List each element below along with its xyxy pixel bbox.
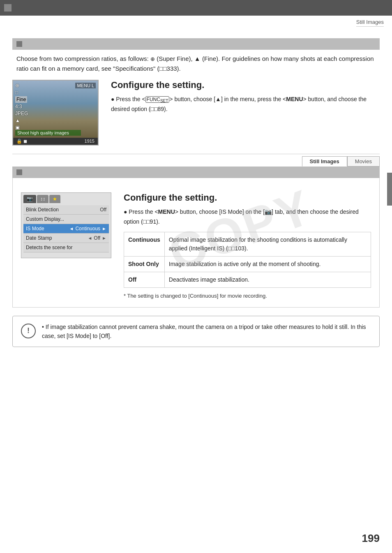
cam-tab-star: ★ — [49, 195, 60, 203]
cam-shoot-quality-label: Shoot high quality images — [15, 130, 81, 136]
header-square-icon — [4, 4, 12, 12]
warning-text: • If image stabilization cannot prevent … — [42, 322, 371, 341]
cam-menu-row-detects: Detects the scene for — [23, 243, 109, 252]
cam-bottom-bar: 🔒 ◼ 1915 — [13, 138, 98, 145]
warning-content: If image stabilization cannot prevent ca… — [42, 324, 366, 339]
date-stamp-label: Date Stamp — [26, 235, 52, 241]
top-header-bar — [0, 0, 392, 16]
configure-block-section2: Configure the setting. ● Press the <MENU… — [111, 192, 371, 299]
intro-text: Choose from two compression ratios, as f… — [16, 55, 150, 62]
section1-compression: Choose from two compression ratios, as f… — [12, 38, 380, 154]
cam-menu-row-date: Date Stamp ◄ Off ► — [23, 234, 109, 243]
configure-title-section2: Configure the setting. — [124, 192, 371, 203]
off-description: Deactivates image stabilization. — [164, 272, 371, 287]
tab-still-images[interactable]: Still Images — [302, 156, 347, 167]
cam-menu-tabs-row: 📷 ↕↕ ★ — [23, 195, 109, 203]
cam-menu-row-custom: Custom Display... — [23, 215, 109, 224]
shoot-only-description: Image stabilization is active only at th… — [164, 256, 371, 272]
is-arrow-left: ◄ — [69, 226, 74, 231]
cam-icon-4: 4:3 — [15, 104, 28, 109]
is-mode-value: Continuous — [75, 226, 100, 231]
section1-bar — [12, 38, 380, 50]
fine-icon: ▲ — [194, 55, 201, 62]
section2-bar — [12, 167, 380, 178]
cam-icon-7: ▣ — [15, 125, 28, 130]
section1-bar-square — [16, 41, 22, 47]
cam-icon-2: □ — [15, 90, 28, 95]
camera-menu-is-mode: 📷 ↕↕ ★ Blink Detection Off Custom Displa… — [21, 192, 111, 258]
table-row-continuous: Continuous Optimal image stabilization f… — [124, 232, 371, 256]
section2-bar-square — [16, 169, 22, 175]
right-accent-bar — [387, 173, 392, 206]
camera-screen-section1: MENU L ⊕ □ N 4:3 JPEG ▲ ▣ Fine Shoot hig… — [12, 80, 99, 146]
cam-menu-label: MENU L — [75, 83, 96, 88]
tab-movies[interactable]: Movies — [347, 156, 380, 167]
section2-tabs-row: Still Images Movies — [0, 156, 380, 167]
table-row-shoot-only: Shoot Only Image stabilization is active… — [124, 256, 371, 272]
date-stamp-value: Off — [94, 235, 100, 241]
note-text: * The setting is changed to [Continuous]… — [124, 293, 371, 299]
date-arrow-right: ► — [102, 236, 106, 241]
off-label: Off — [124, 272, 165, 287]
continuous-description: Optimal image stabilization for the shoo… — [164, 232, 371, 256]
cam-menu-row-blink: Blink Detection Off — [23, 205, 109, 215]
is-mode-label: IS Mode — [26, 226, 44, 231]
configure-title-section1: Configure the setting. — [111, 80, 380, 90]
shoot-only-label: Shoot Only — [124, 256, 165, 272]
table-row-off: Off Deactivates image stabilization. — [124, 272, 371, 287]
configure-instruction: Press the <FUNCSET> button, choose [▲] i… — [111, 96, 367, 112]
bullet-point-2: ● — [124, 208, 129, 215]
section1-content-row: MENU L ⊕ □ N 4:3 JPEG ▲ ▣ Fine Shoot hig… — [12, 80, 380, 146]
is-arrow-right: ► — [102, 226, 106, 231]
page-number: 199 — [362, 532, 380, 545]
bullet-point: ● — [111, 96, 116, 102]
cam-icon-1: ⊕ — [15, 83, 28, 88]
section1-intro-text: Choose from two compression ratios, as f… — [12, 54, 380, 74]
camera-preview-image: MENU L ⊕ □ N 4:3 JPEG ▲ ▣ Fine Shoot hig… — [13, 81, 98, 138]
cam-menu-row-is: IS Mode ◄ Continuous ► — [23, 224, 109, 234]
cam-icon-5: JPEG — [15, 111, 28, 116]
superfine-icon: ⊕ — [150, 56, 155, 62]
configure-instruction-2: Press the <MENU> button, choose [IS Mode… — [124, 208, 359, 225]
detects-scene-label: Detects the scene for — [26, 245, 72, 250]
bullet-warning: • — [42, 324, 46, 330]
is-options-table: Continuous Optimal image stabilization f… — [124, 232, 371, 288]
superfine-label: (Super Fine), — [157, 55, 194, 62]
cam-fine-label: Fine — [15, 96, 27, 103]
custom-display-label: Custom Display... — [26, 216, 64, 222]
cam-bottom-icons: 🔒 ◼ — [16, 139, 27, 144]
cam-icon-6: ▲ — [15, 118, 28, 123]
warning-box: ! • If image stabilization cannot preven… — [12, 316, 380, 347]
section2-is-mode: 📷 ↕↕ ★ Blink Detection Off Custom Displa… — [12, 178, 380, 308]
blink-detection-value: Off — [100, 207, 106, 213]
cam-tab-settings: ↕↕ — [37, 195, 48, 203]
continuous-label: Continuous — [124, 232, 165, 256]
configure-text-section2: ● Press the <MENU> button, choose [IS Mo… — [124, 207, 371, 227]
warning-icon: ! — [21, 324, 36, 338]
still-images-label: Still Images — [356, 19, 384, 27]
date-arrow-left: ◄ — [88, 236, 92, 241]
blink-detection-label: Blink Detection — [26, 207, 59, 213]
section2-content-row: 📷 ↕↕ ★ Blink Detection Off Custom Displa… — [21, 192, 371, 299]
cam-bottom-number: 1915 — [85, 139, 95, 144]
configure-block-section1: Configure the setting. ● Press the <FUNC… — [99, 80, 380, 114]
configure-text-section1: ● Press the <FUNCSET> button, choose [▲]… — [111, 95, 380, 114]
section2-bar-wrapper — [12, 167, 380, 178]
cam-tab-camera: 📷 — [23, 195, 36, 203]
